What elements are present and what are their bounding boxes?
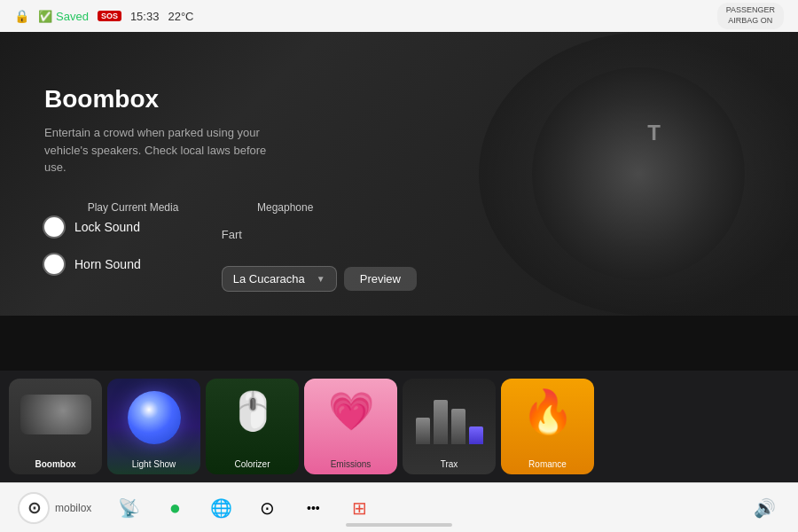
taskbar-icon-more[interactable]: •••	[297, 492, 329, 524]
dropdown-arrow-icon: ▼	[317, 274, 325, 284]
mobilox-logo: ⊙ mobilox	[18, 492, 91, 524]
app-tile-lightshow[interactable]: Light Show	[107, 379, 200, 474]
trax-bar-1	[416, 418, 430, 444]
horn-sound-control-row: La Cucaracha ▼ Preview	[222, 262, 417, 297]
taskbar-icon-camera[interactable]: 🌐	[205, 492, 237, 524]
passenger-airbag-indicator: PASSENGER AIRBAG ON	[717, 3, 784, 28]
check-icon: ✅	[38, 10, 52, 23]
app-tile-boombox[interactable]: Boombox	[9, 379, 102, 474]
horn-sound-label: Horn Sound	[74, 257, 141, 271]
column-headers: Play Current Media Megaphone	[44, 201, 417, 214]
trax-bars-icon	[416, 391, 483, 444]
emissions-icon: 💗	[328, 389, 374, 433]
sound-list-right: Fart La Cucaracha ▼ Preview	[222, 217, 417, 306]
lock-icon: 🔒	[14, 9, 29, 23]
trax-bar-3	[451, 409, 466, 444]
boombox-description: Entertain a crowd when parked using your…	[44, 124, 275, 176]
temperature-display: 22°C	[168, 10, 193, 23]
lock-sound-radio[interactable]	[44, 217, 64, 237]
app-tile-colorizer[interactable]: 🖱️ Colorizer	[206, 379, 299, 474]
boombox-tile-label: Boombox	[9, 459, 102, 469]
status-bar-left: 🔒 ✅ Saved SOS 15:33 22°C	[14, 9, 707, 23]
taskbar-icon-volume[interactable]: 🔊	[748, 492, 780, 524]
mobilox-circle-icon: ⊙	[18, 492, 50, 524]
app-tile-emissions[interactable]: 💗 Emissions	[304, 379, 397, 474]
colorizer-tile-label: Colorizer	[206, 459, 299, 469]
trax-bar-4	[469, 426, 483, 444]
taskbar-icon-broadcast[interactable]: 📡	[113, 492, 145, 524]
app-tile-trax[interactable]: Trax	[403, 379, 496, 474]
lock-sound-label: Lock Sound	[74, 220, 140, 234]
sos-badge: SOS	[98, 11, 121, 21]
megaphone-header: Megaphone	[222, 201, 313, 214]
main-content: T Boombox Entertain a crowd when parked …	[0, 32, 798, 482]
emissions-tile-label: Emissions	[304, 459, 397, 469]
hero-section: T Boombox Entertain a crowd when parked …	[0, 32, 798, 316]
boombox-car-decoration	[20, 395, 91, 434]
car-circle-decoration	[532, 67, 745, 280]
taskbar-icon-windows[interactable]: ⊞	[343, 492, 375, 524]
lock-sound-value: Fart	[222, 228, 293, 241]
lightshow-tile-label: Light Show	[107, 459, 200, 469]
boombox-content: Boombox Entertain a crowd when parked us…	[44, 85, 417, 306]
romance-tile-label: Romance	[501, 459, 594, 469]
disco-ball-icon	[128, 391, 181, 444]
romance-fire-icon: 🔥	[521, 387, 575, 437]
sound-list-left: Lock Sound Horn Sound	[44, 217, 222, 306]
status-bar: 🔒 ✅ Saved SOS 15:33 22°C PASSENGER AIRBA…	[0, 0, 798, 32]
taskbar-icon-music[interactable]: ●	[159, 492, 191, 524]
lock-sound-control-row: Fart	[222, 217, 417, 253]
taskbar: ⊙ mobilox 📡 ● 🌐 ⊙ ••• ⊞ 🔊	[0, 482, 798, 532]
saved-label: Saved	[56, 10, 89, 23]
status-bar-right: PASSENGER AIRBAG ON	[717, 3, 784, 28]
app-grid: Boombox Light Show 🖱️ Colorizer 💗 Emissi…	[0, 371, 798, 482]
mobilox-label: mobilox	[55, 502, 91, 514]
saved-indicator: ✅ Saved	[38, 10, 89, 23]
time-display: 15:33	[130, 10, 160, 23]
preview-button[interactable]: Preview	[344, 267, 417, 291]
horn-sound-row: Horn Sound	[44, 254, 222, 274]
lock-sound-row: Lock Sound	[44, 217, 222, 237]
colorizer-icon: 🖱️	[230, 389, 276, 433]
page-title: Boombox	[44, 85, 417, 113]
horn-sound-selected: La Cucaracha	[233, 272, 305, 286]
taskbar-right: 🔊	[748, 492, 780, 524]
trax-tile-label: Trax	[403, 459, 496, 469]
home-indicator[interactable]	[346, 523, 452, 527]
sound-rows: Lock Sound Horn Sound Fart	[44, 217, 417, 306]
horn-sound-dropdown[interactable]: La Cucaracha ▼	[222, 266, 337, 292]
app-tile-romance[interactable]: 🔥 Romance	[501, 379, 594, 474]
tesla-logo: T	[647, 121, 661, 145]
trax-bar-2	[434, 400, 448, 444]
horn-sound-radio[interactable]	[44, 254, 64, 274]
play-current-media-header: Play Current Media	[44, 201, 222, 214]
taskbar-icon-settings[interactable]: ⊙	[251, 492, 283, 524]
